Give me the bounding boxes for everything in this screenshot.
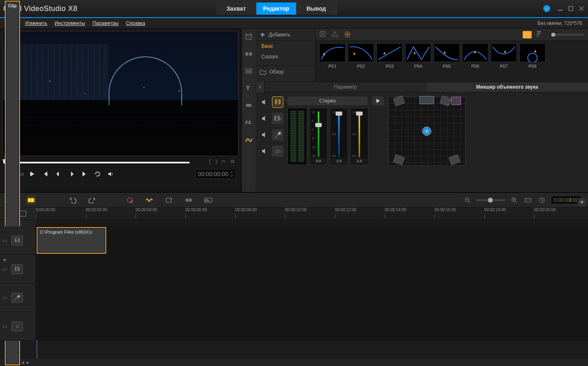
maximize-icon[interactable]	[568, 5, 574, 12]
preview-video[interactable]	[2, 31, 238, 156]
folder-custom[interactable]: Custom	[256, 51, 315, 62]
tab-surround-mixer[interactable]: Микшер объемного звука	[426, 82, 588, 92]
preset-thumb[interactable]	[319, 43, 345, 62]
gear-icon[interactable]	[344, 31, 352, 39]
step-back-button[interactable]	[54, 170, 63, 179]
scrub-bar[interactable]: [ ] ✂ ⧉	[2, 158, 238, 166]
scroll-left-button[interactable]: ◂	[22, 359, 24, 365]
cat-path-icon[interactable]	[244, 135, 254, 145]
tab-parameter[interactable]: Параметр	[265, 82, 426, 92]
zoom-out-button[interactable]	[463, 196, 472, 205]
mark-out-icon[interactable]: ]	[216, 158, 217, 164]
menu-help[interactable]: Справка	[126, 20, 145, 26]
timeline-timecode[interactable]: 0:00:03:00	[551, 196, 581, 204]
speaker-icon[interactable]	[261, 98, 269, 106]
track-visibility-icon[interactable]: ▭	[2, 238, 9, 243]
volume-button[interactable]	[106, 170, 115, 179]
preset-thumb[interactable]	[519, 43, 546, 62]
mode-tab-capture[interactable]: Захват	[216, 2, 256, 15]
track-body-voice[interactable]	[36, 283, 588, 312]
project-clip-toggle[interactable]: Project Clip	[5, 172, 24, 176]
zoom-in-button[interactable]	[509, 196, 519, 205]
preset-thumb[interactable]	[491, 43, 517, 62]
track-select-overlay[interactable]: 🎞1	[272, 113, 283, 124]
timeline-scroll[interactable]: ⇲+ ◂ ▸	[0, 359, 588, 366]
track-body-overlay[interactable]	[36, 255, 588, 283]
record-button[interactable]	[125, 196, 135, 205]
cut-icon[interactable]: ✂	[222, 158, 226, 164]
add-folder-button[interactable]: Добавить	[256, 29, 315, 41]
redo-button[interactable]	[87, 196, 97, 205]
track-visibility-icon[interactable]: ▭	[2, 324, 9, 329]
cat-text-icon[interactable]: T	[244, 83, 254, 93]
track-head-video[interactable]: ▭ 🎞	[0, 226, 36, 254]
cat-graphic-icon[interactable]	[244, 100, 254, 110]
fit-project-button[interactable]	[523, 196, 533, 205]
project-duration-icon[interactable]	[537, 196, 547, 205]
scroll-right-button[interactable]: ▸	[27, 359, 29, 365]
mode-tab-editor[interactable]: Редактор	[256, 2, 296, 15]
close-icon[interactable]	[578, 5, 585, 12]
chapter-button[interactable]	[184, 196, 194, 205]
sort-icon[interactable]	[536, 31, 544, 39]
cat-fx-icon[interactable]: FX	[244, 118, 254, 127]
panel-close-button[interactable]: ✕	[577, 198, 586, 207]
folder-basic[interactable]: Basic	[256, 41, 315, 51]
play-button[interactable]	[28, 170, 37, 179]
snapshot-icon[interactable]: ⧉	[231, 158, 234, 164]
undo-button[interactable]	[68, 196, 78, 205]
fader-sub[interactable]: 1.00.50.0 1.0	[350, 108, 368, 165]
panel-collapse-button[interactable]: ‹	[256, 82, 265, 92]
go-end-button[interactable]	[80, 170, 89, 179]
preset-thumb[interactable]	[405, 43, 431, 62]
preset-thumb[interactable]	[434, 43, 460, 62]
cat-transition-icon[interactable]	[244, 49, 254, 59]
mixer-play-button[interactable]	[372, 96, 384, 105]
menu-edit[interactable]: Изменить	[25, 20, 47, 26]
track-select-video[interactable]: 🎞	[272, 96, 283, 108]
loop-button[interactable]	[93, 170, 102, 179]
preset-thumb[interactable]	[376, 43, 403, 62]
speaker-icon[interactable]	[261, 147, 269, 155]
track-visibility-icon[interactable]: ▭	[2, 295, 9, 301]
speaker-icon[interactable]	[261, 115, 269, 122]
audio-mixer-button[interactable]	[145, 196, 154, 205]
mode-tab-output[interactable]: Вывод	[296, 2, 336, 15]
subtitle-button[interactable]	[203, 196, 213, 205]
preview-timecode[interactable]: 00:00:00:00	[195, 169, 236, 179]
menu-tools[interactable]: Инструменты	[55, 20, 85, 26]
surround-position-handle[interactable]	[422, 127, 431, 136]
timeline-zoom-slider[interactable]	[477, 199, 505, 201]
timeline-view-button[interactable]	[26, 196, 36, 205]
preset-thumb[interactable]	[348, 43, 374, 62]
import-icon[interactable]	[319, 31, 327, 39]
cat-title-icon[interactable]: AB	[244, 66, 254, 76]
export-icon[interactable]	[332, 31, 340, 39]
step-fwd-button[interactable]	[67, 170, 76, 179]
timeline-ruler[interactable]: 0:00:00:0000:00:02:0000:00:04:0000:00:06…	[36, 208, 588, 219]
surround-pan-grid[interactable]	[388, 96, 466, 166]
thumbnail-zoom-slider[interactable]	[551, 34, 584, 36]
track-head-voice[interactable]: ▭ 🎤	[0, 283, 36, 312]
cat-media-icon[interactable]	[244, 32, 254, 42]
track-head-music[interactable]: ▭ ♫	[0, 312, 36, 340]
track-body-music[interactable]	[36, 312, 588, 340]
speaker-icon[interactable]	[261, 131, 269, 138]
mark-in-icon[interactable]: [	[209, 158, 210, 164]
auto-music-button[interactable]	[164, 196, 174, 205]
go-start-button[interactable]	[41, 170, 50, 179]
globe-icon[interactable]	[543, 5, 550, 12]
track-body-video[interactable]: C:\Program Files (x86)\Co	[36, 226, 588, 254]
preset-thumb[interactable]	[462, 43, 488, 62]
fader-center[interactable]: 1.00.50.0 1.0	[330, 108, 348, 165]
fader-main[interactable]: 1260-6-12-35 0.0	[310, 108, 327, 165]
track-visibility-icon[interactable]: ▭	[2, 266, 9, 272]
stepper-icon[interactable]	[230, 171, 233, 177]
track-select-voice[interactable]: 🎤	[272, 129, 283, 141]
thumbnail-view-button[interactable]	[523, 31, 532, 38]
track-select-music[interactable]: ♫1	[272, 145, 283, 157]
minimize-icon[interactable]	[557, 5, 564, 12]
track-expand-button[interactable]: ▾	[3, 257, 6, 263]
timeline-clip[interactable]: C:\Program Files (x86)\Co	[37, 227, 106, 254]
menu-params[interactable]: Параметры	[92, 20, 118, 26]
